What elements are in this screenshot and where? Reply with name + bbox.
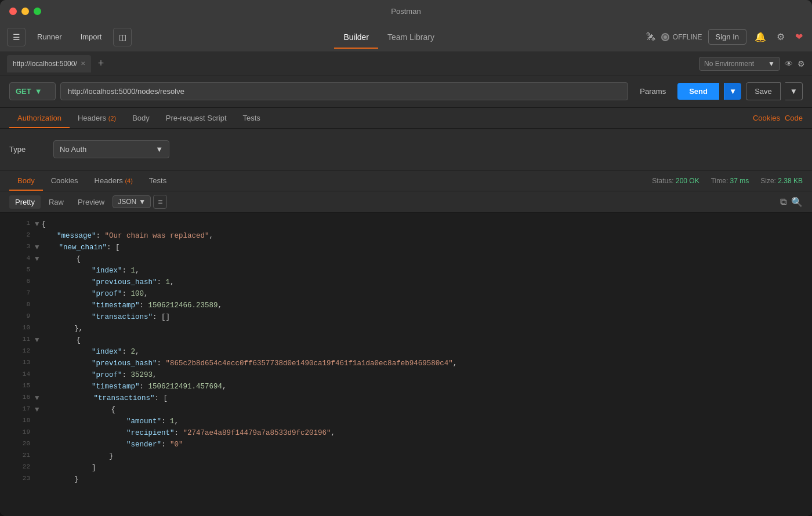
format-selector[interactable]: JSON ▼	[113, 195, 151, 208]
send-dropdown-button[interactable]: ▼	[724, 83, 741, 100]
status-value: 200 OK	[676, 177, 699, 185]
save-button[interactable]: Save	[746, 82, 781, 100]
code-line-1: 1 ▼ {	[0, 219, 812, 230]
code-line-16: 16 ▼ "transactions": [	[0, 393, 812, 404]
sidebar-toggle-button[interactable]: ☰	[7, 28, 26, 46]
time-label: Time: 37 ms	[711, 177, 749, 185]
code-line-19: 19 "recipient": "2747ae4a89f14479a7a8533…	[0, 427, 812, 439]
heart-button[interactable]: ❤	[793, 29, 805, 45]
pretty-button[interactable]: Pretty	[9, 195, 41, 209]
cookies-link[interactable]: Cookies	[753, 114, 780, 122]
code-line-20: 20 "sender": "0"	[0, 439, 812, 450]
sidebar-icon: ☰	[13, 32, 20, 42]
add-tab-button[interactable]: +	[96, 57, 107, 70]
prerequest-tab[interactable]: Pre-request Script	[158, 108, 235, 128]
sign-in-button[interactable]: Sign In	[708, 29, 746, 45]
send-button[interactable]: Send	[677, 83, 719, 100]
response-actions: ⧉ 🔍	[780, 197, 803, 208]
auth-type-value: No Auth	[60, 145, 151, 154]
headers-tab[interactable]: Headers (2)	[70, 108, 124, 128]
resp-headers-label: Headers	[95, 176, 123, 185]
method-selector[interactable]: GET ▼	[9, 82, 56, 100]
nav-right: 🛰 OFFLINE Sign In 🔔 ⚙ ❤	[646, 29, 805, 45]
code-link[interactable]: Code	[785, 114, 803, 122]
request-bar: GET ▼ Params Send ▼ Save ▼	[0, 75, 812, 108]
env-eye-button[interactable]: 👁	[785, 59, 793, 68]
raw-button[interactable]: Raw	[43, 195, 70, 209]
window-title: Postman	[391, 7, 420, 16]
resp-headers-badge: (4)	[125, 177, 132, 184]
method-label: GET	[16, 87, 31, 96]
auth-type-dropdown[interactable]: No Auth ▼	[53, 140, 169, 158]
maximize-button[interactable]	[34, 8, 41, 15]
code-line-12: 12 "index": 2,	[0, 346, 812, 358]
import-button[interactable]: Import	[74, 29, 109, 45]
code-line-5: 5 "index": 1,	[0, 265, 812, 277]
authorization-tab[interactable]: Authorization	[9, 108, 70, 128]
format-label: JSON	[118, 198, 136, 206]
app-window: Postman ☰ Runner Import ◫ Builder Team L…	[0, 0, 812, 516]
notifications-button[interactable]: 🔔	[752, 29, 768, 45]
url-input[interactable]	[60, 82, 628, 100]
code-line-23: 23 }	[0, 474, 812, 485]
save-dropdown-button[interactable]: ▼	[785, 82, 803, 100]
code-line-2: 2 "message": "Our chain was replaced",	[0, 230, 812, 242]
tests-tab[interactable]: Tests	[235, 108, 269, 128]
topnav: ☰ Runner Import ◫ Builder Team Library 🛰…	[0, 22, 812, 52]
response-status-bar: Status: 200 OK Time: 37 ms Size: 2.38 KB	[652, 177, 803, 185]
close-button[interactable]	[9, 8, 17, 15]
params-button[interactable]: Params	[633, 83, 673, 100]
code-line-9: 9 "transactions": []	[0, 311, 812, 323]
new-window-icon: ◫	[119, 32, 126, 42]
preview-button[interactable]: Preview	[72, 195, 110, 209]
search-button[interactable]: 🔍	[791, 197, 803, 208]
new-window-button[interactable]: ◫	[113, 28, 132, 46]
tab-close-icon[interactable]: ✕	[81, 60, 85, 67]
code-line-13: 13 "previous_hash": "865c2b8d654c4ecc0ff…	[0, 358, 812, 369]
type-row: Type No Auth ▼	[9, 140, 803, 158]
runner-button[interactable]: Runner	[30, 29, 69, 45]
request-tabs: Authorization Headers (2) Body Pre-reque…	[0, 108, 812, 129]
copy-button[interactable]: ⧉	[780, 197, 786, 208]
response-cookies-tab[interactable]: Cookies	[43, 170, 86, 191]
filter-button[interactable]: ≡	[153, 195, 167, 209]
code-line-3: 3 ▼ "new_chain": [	[0, 242, 812, 253]
body-tab[interactable]: Body	[124, 108, 158, 128]
builder-tab[interactable]: Builder	[334, 28, 378, 46]
status-label: Status: 200 OK	[652, 177, 699, 185]
code-line-21: 21 }	[0, 450, 812, 462]
code-line-11: 11 ▼ {	[0, 335, 812, 346]
code-viewer[interactable]: 1 ▼ { 2 "message": "Our chain was replac…	[0, 213, 812, 516]
req-tab-right: Cookies Code	[753, 114, 803, 122]
env-label: No Environment	[704, 60, 764, 68]
tab-url-label: http://localhost:5000/	[13, 60, 77, 68]
method-dropdown-icon: ▼	[35, 87, 42, 96]
window-controls	[9, 8, 41, 15]
format-dropdown-icon: ▼	[139, 198, 146, 206]
environment-selector[interactable]: No Environment ▼	[699, 57, 780, 71]
code-line-14: 14 "proof": 35293,	[0, 369, 812, 381]
response-tests-tab[interactable]: Tests	[141, 170, 175, 191]
response-headers-tab[interactable]: Headers (4)	[86, 170, 141, 191]
offline-label: OFFLINE	[673, 33, 702, 41]
headers-tab-label: Headers	[78, 114, 106, 122]
code-line-18: 18 "amount": 1,	[0, 416, 812, 427]
settings-icon-button[interactable]: ⚙	[774, 29, 787, 45]
minimize-button[interactable]	[21, 8, 29, 15]
response-body-tab[interactable]: Body	[9, 170, 43, 191]
env-settings-button[interactable]: ⚙	[798, 59, 805, 68]
code-line-17: 17 ▼ {	[0, 404, 812, 416]
response-tabs: Body Cookies Headers (4) Tests Status: 2…	[0, 170, 812, 191]
code-line-8: 8 "timestamp": 1506212466.23589,	[0, 300, 812, 311]
code-line-7: 7 "proof": 100,	[0, 288, 812, 300]
code-line-4: 4 ▼ {	[0, 253, 812, 265]
titlebar: Postman	[0, 0, 812, 22]
nav-center: Builder Team Library	[136, 28, 641, 46]
code-line-15: 15 "timestamp": 1506212491.457694,	[0, 381, 812, 393]
code-line-22: 22 ]	[0, 462, 812, 474]
response-toolbar: Pretty Raw Preview JSON ▼ ≡ ⧉ 🔍	[0, 191, 812, 213]
tabbar: http://localhost:5000/ ✕ + No Environmen…	[0, 52, 812, 75]
size-label: Size: 2.38 KB	[760, 177, 803, 185]
url-tab[interactable]: http://localhost:5000/ ✕	[7, 55, 91, 72]
team-library-tab[interactable]: Team Library	[378, 28, 444, 46]
